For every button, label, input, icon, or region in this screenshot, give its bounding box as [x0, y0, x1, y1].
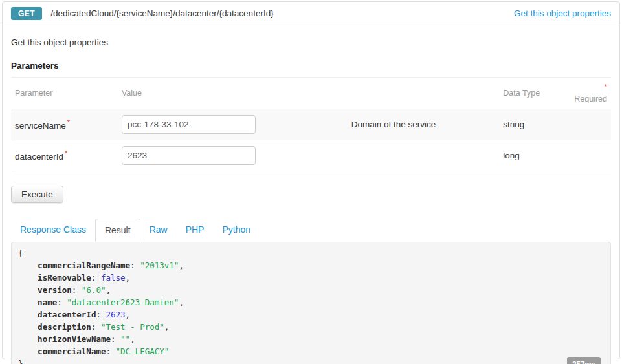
table-header-row: Parameter Value Data Type * Required: [11, 78, 611, 109]
response-tabs: Response Class Result Raw PHP Python: [11, 219, 611, 241]
operation-summary-link[interactable]: Get this object properties: [514, 8, 611, 18]
http-method-badge: GET: [11, 7, 42, 20]
api-operation-panel: GET /dedicatedCloud/{serviceName}/datace…: [2, 1, 620, 359]
parameters-table: Parameter Value Data Type * Required ser…: [11, 77, 611, 171]
code-line: {: [18, 247, 604, 259]
execute-button[interactable]: Execute: [11, 186, 63, 203]
operation-description: Get this object properties: [11, 37, 611, 47]
tab-python[interactable]: Python: [213, 219, 260, 241]
param-description: Domain of the service: [348, 109, 500, 140]
code-line: isRemovable: false,: [18, 272, 604, 284]
code-line: datacenterId: 2623,: [18, 308, 604, 321]
param-name-cell: serviceName*: [11, 109, 118, 140]
table-row: serviceName* Domain of the service strin…: [11, 109, 611, 140]
endpoint-path: /dedicatedCloud/{serviceName}/datacenter…: [50, 8, 273, 18]
param-name: datacenterId: [15, 152, 63, 162]
col-header-required: * Required: [570, 78, 611, 109]
param-data-type: long: [499, 140, 570, 171]
param-name: serviceName: [15, 121, 66, 131]
required-asterisk: *: [65, 149, 67, 157]
datacenterId-input[interactable]: [122, 146, 256, 165]
col-header-data-type: Data Type: [499, 78, 570, 109]
tab-php[interactable]: PHP: [177, 219, 214, 241]
operation-header[interactable]: GET /dedicatedCloud/{serviceName}/datace…: [3, 2, 619, 25]
code-line: commercialRangeName: "2013v1",: [18, 259, 604, 272]
parameters-heading: Parameters: [11, 61, 611, 70]
param-description: [348, 140, 500, 171]
tab-result[interactable]: Result: [95, 219, 140, 242]
code-line: name: "datacenter2623-Damien",: [18, 296, 604, 308]
code-line: commercialName: "DC-LEGACY": [18, 345, 604, 358]
col-header-parameter: Parameter: [11, 78, 118, 109]
response-time-badge: 257ms: [567, 357, 601, 364]
code-line: version: "6.0",: [18, 284, 604, 296]
tab-raw[interactable]: Raw: [140, 219, 177, 241]
response-json-block: { commercialRangeName: "2013v1", isRemov…: [11, 242, 611, 364]
code-line: }: [18, 358, 604, 364]
col-header-value: Value: [118, 78, 348, 109]
table-row: datacenterId* long: [11, 140, 611, 171]
required-asterisk: *: [605, 83, 607, 91]
col-header-description: [348, 78, 500, 109]
code-line: description: "Test - Prod",: [18, 321, 604, 333]
response-json: { commercialRangeName: "2013v1", isRemov…: [18, 247, 604, 364]
required-label: Required: [574, 94, 607, 103]
required-asterisk: *: [67, 118, 70, 126]
param-name-cell: datacenterId*: [11, 140, 118, 171]
serviceName-input[interactable]: [122, 115, 256, 134]
code-line: horizonViewName: "",: [18, 333, 604, 345]
tab-response-class[interactable]: Response Class: [11, 219, 95, 241]
param-data-type: string: [499, 109, 570, 140]
